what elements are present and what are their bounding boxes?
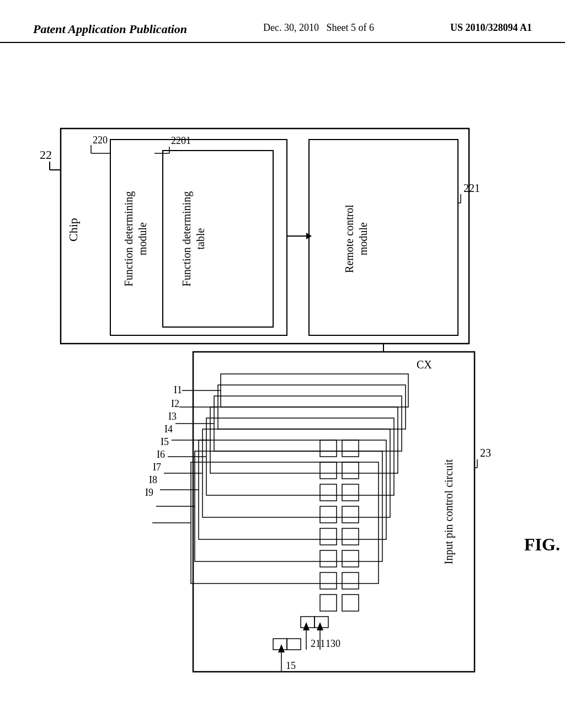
cx-label: CX xyxy=(417,358,432,371)
ff-box-5 xyxy=(320,528,337,545)
pin-i8-label: I8 xyxy=(149,474,157,485)
label-130: 130 xyxy=(326,638,340,649)
publication-title: Patent Application Publication xyxy=(33,22,187,36)
ff-box-b5 xyxy=(342,528,359,545)
ff-box-b3 xyxy=(342,484,359,501)
ff-box-1 xyxy=(320,440,337,457)
pin-i3-label: I3 xyxy=(168,411,177,422)
pin-i1-label: I1 xyxy=(174,384,182,395)
pin-i4-label: I4 xyxy=(164,424,173,435)
arrow-15-head xyxy=(278,644,285,652)
function-determining-module-label2: module xyxy=(136,222,148,255)
page-header: Patent Application Publication Dec. 30, … xyxy=(0,0,565,43)
pin-rect-i3 xyxy=(214,396,402,451)
remote-control-module-label2: module xyxy=(357,222,369,255)
ff-box-3 xyxy=(320,484,337,501)
remote-control-module-label: Remote control xyxy=(343,205,355,273)
pin-i2-label: I2 xyxy=(171,398,179,409)
ff-box-b4 xyxy=(342,506,359,523)
date-sheet: Dec. 30, 2010 Sheet 5 of 6 xyxy=(263,22,374,34)
ff-box-b1 xyxy=(342,440,359,457)
patent-number: US 2010/328094 A1 xyxy=(450,22,532,34)
ff-box-6 xyxy=(320,550,337,567)
label-22: 22 xyxy=(40,148,52,162)
pin-i7-label: I7 xyxy=(153,462,161,473)
arrow-211-head xyxy=(303,622,310,630)
ff-box-b7 xyxy=(342,572,359,589)
label-23: 23 xyxy=(480,447,491,459)
input-box-15b xyxy=(287,639,301,650)
ff-box-8 xyxy=(320,595,337,611)
label-221: 221 xyxy=(463,182,480,194)
function-determining-table-label2: table xyxy=(194,228,206,249)
patent-diagram: 22 Chip 220 Function determining module … xyxy=(0,43,565,716)
input-pin-label: Input pin control circuit xyxy=(443,459,455,564)
pin-rect-i1 xyxy=(221,374,408,407)
pin-rect-i7 xyxy=(199,440,386,539)
pin-rect-i5 xyxy=(206,418,394,495)
ff-box-b8 xyxy=(342,595,359,611)
label-211: 211 xyxy=(311,638,325,649)
sheet-label: Sheet 5 of 6 xyxy=(327,22,374,33)
ff-box-2 xyxy=(320,462,337,479)
pin-i9-label: I9 xyxy=(145,487,153,498)
function-determining-module-label: Function determining xyxy=(122,191,135,287)
ff-box-7 xyxy=(320,572,337,589)
pin-i6-label: I6 xyxy=(157,449,165,460)
ff-box-4 xyxy=(320,506,337,523)
function-determining-table-box xyxy=(163,151,273,327)
diagram-area: 22 Chip 220 Function determining module … xyxy=(0,43,565,716)
fig-label: FIG. 5 xyxy=(524,534,565,554)
function-determining-table-label: Function determining xyxy=(180,191,193,287)
label-2201: 2201 xyxy=(171,135,191,146)
ff-box-b2 xyxy=(342,462,359,479)
ff-box-b6 xyxy=(342,550,359,567)
remote-control-module-box xyxy=(309,140,458,335)
label-15: 15 xyxy=(286,660,296,671)
input-pin-control-circuit-box xyxy=(193,352,475,672)
chip-label: Chip xyxy=(66,218,80,242)
main-outer-box xyxy=(61,129,469,344)
date-label: Dec. 30, 2010 xyxy=(263,22,319,33)
chip-number: 220 xyxy=(93,135,108,146)
arrow-130-head xyxy=(317,622,323,630)
pin-i5-label: I5 xyxy=(161,436,169,447)
